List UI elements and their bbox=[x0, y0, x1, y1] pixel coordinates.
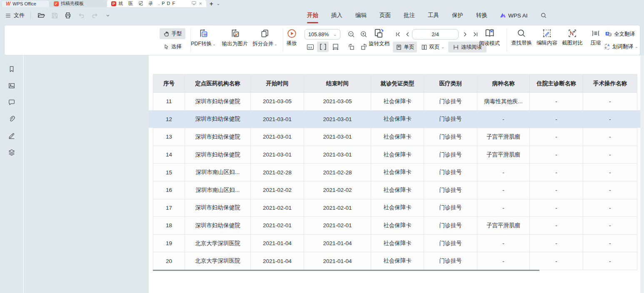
table-cell: 病毒性其他疾... bbox=[477, 93, 530, 111]
continuous-reading-icon bbox=[453, 44, 459, 50]
tab-document-active[interactable]: P 就 医 记 录 .PDF × bbox=[107, 0, 206, 7]
read-mode-button[interactable]: 阅读模式 bbox=[477, 27, 502, 47]
svg-text:A: A bbox=[607, 32, 609, 35]
full-translate-icon: A 文 bbox=[605, 31, 612, 38]
screenshot-compare-icon bbox=[567, 28, 577, 38]
edit-content-icon bbox=[542, 28, 552, 38]
table-cell: 深圳市妇幼保健院 bbox=[185, 199, 251, 217]
ribbon-tab-comment[interactable]: 批注 bbox=[403, 11, 416, 20]
ribbon-tab-home[interactable]: 开始 bbox=[306, 11, 319, 20]
save-icon[interactable] bbox=[50, 11, 59, 20]
pdf-convert-button[interactable]: W PDF转换⌄ bbox=[187, 28, 220, 47]
table-row[interactable]: 11深圳市妇幼保健院2021-03-052021-03-05社会保障卡门诊挂号病… bbox=[153, 93, 637, 111]
tab-template[interactable]: ✓ 找稿壳模板 bbox=[50, 0, 107, 7]
table-cell: 14 bbox=[153, 146, 185, 164]
open-file-icon[interactable] bbox=[37, 11, 46, 20]
table-row[interactable]: 17深圳市妇幼保健院2021-02-012021-02-01社会保障卡门诊挂号-… bbox=[153, 199, 637, 217]
table-row[interactable]: 18深圳市妇幼保健院2021-02-012021-02-01社会保障卡门诊挂号子… bbox=[153, 217, 637, 235]
table-cell: 13 bbox=[153, 128, 185, 146]
svg-text:W: W bbox=[203, 32, 207, 37]
column-header: 序号 bbox=[153, 74, 185, 93]
select-tool-button[interactable]: 选择 bbox=[160, 41, 185, 52]
ribbon-tab-tools[interactable]: 工具 bbox=[427, 11, 440, 20]
column-header: 手术操作名称 bbox=[583, 74, 637, 93]
table-cell: 深圳市妇幼保健院 bbox=[185, 146, 251, 164]
new-tab-icon[interactable]: + bbox=[210, 0, 213, 7]
single-page-button[interactable]: 单页 bbox=[393, 42, 417, 52]
comment-icon[interactable] bbox=[7, 98, 16, 107]
ribbon-tab-protect[interactable]: 保护 bbox=[451, 11, 464, 20]
fit-page-icon bbox=[332, 43, 339, 51]
rotate-left-button[interactable] bbox=[345, 42, 357, 52]
tab-preview-icon[interactable] bbox=[191, 0, 197, 7]
table-cell: 18 bbox=[153, 217, 185, 235]
file-menu-button[interactable]: 文件 bbox=[5, 12, 25, 19]
page-indicator-input[interactable] bbox=[412, 29, 459, 40]
hand-tool-button[interactable]: 手型 bbox=[160, 28, 185, 39]
ribbon-tab-convert[interactable]: 转换 bbox=[475, 11, 488, 20]
double-page-button[interactable]: 双页 ⌄ bbox=[419, 42, 447, 52]
undo-icon[interactable] bbox=[77, 11, 86, 20]
prev-page-button[interactable] bbox=[402, 29, 412, 40]
table-row[interactable]: 14深圳市妇幼保健院2021-03-012021-03-01社会保障卡门诊挂号子… bbox=[153, 146, 637, 164]
redo-icon[interactable] bbox=[90, 11, 99, 20]
play-icon bbox=[287, 28, 297, 39]
attachment-icon[interactable] bbox=[7, 114, 16, 124]
tab-wps-office[interactable]: W WPS Office bbox=[1, 0, 50, 7]
ribbon-search-icon[interactable] bbox=[539, 11, 548, 20]
signature-icon[interactable] bbox=[7, 131, 16, 140]
table-cell: 2021-01-04 bbox=[251, 252, 304, 270]
table-row[interactable]: 15深圳市南山区妇...2021-02-282021-02-28社会保障卡门诊挂… bbox=[153, 164, 637, 181]
next-page-button[interactable] bbox=[460, 29, 470, 40]
fit-page-button[interactable] bbox=[329, 42, 341, 52]
word-translate-button[interactable]: 文A 划词翻译 ⌄ bbox=[604, 42, 642, 51]
table-cell: 社会保障卡 bbox=[371, 181, 424, 199]
rotate-document-button[interactable]: 旋转文档 bbox=[366, 27, 392, 47]
fit-width-icon bbox=[319, 43, 327, 51]
cursor-icon bbox=[163, 44, 169, 50]
chevron-down-icon: ⌄ bbox=[441, 45, 444, 49]
tab-list-chevron-icon[interactable]: ⌄ bbox=[217, 1, 220, 6]
navigation-pane[interactable] bbox=[24, 55, 149, 293]
find-replace-button[interactable]: 查找替换 bbox=[509, 28, 534, 47]
table-row[interactable]: 13深圳市妇幼保健院2021-03-012021-03-01社会保障卡门诊挂号子… bbox=[153, 128, 637, 146]
print-icon[interactable] bbox=[63, 11, 72, 20]
column-header: 定点医药机构名称 bbox=[185, 74, 251, 93]
full-translate-button[interactable]: A 文 全文翻译 bbox=[605, 30, 640, 39]
play-button[interactable]: 播放 bbox=[281, 28, 302, 47]
thumbnail-icon[interactable] bbox=[7, 81, 16, 90]
read-mode-icon bbox=[484, 27, 495, 39]
pdf-page[interactable]: 序号定点医药机构名称开始时间结束时间就诊凭证类型医疗类别病种名称住院主诊断名称手… bbox=[149, 55, 640, 293]
quick-access-chevron-icon[interactable] bbox=[103, 11, 112, 20]
table-row[interactable]: 16深圳市南山区妇...2021-02-022021-02-02社会保障卡门诊挂… bbox=[153, 181, 637, 199]
tab-close-icon[interactable]: × bbox=[199, 1, 202, 6]
screenshot-compare-button[interactable]: 截图对比 bbox=[560, 28, 584, 47]
edit-content-button[interactable]: 编辑内容 bbox=[535, 28, 559, 47]
ribbon-tab-edit[interactable]: 编辑 bbox=[354, 11, 367, 20]
table-row[interactable]: 19北京大学深圳医院2021-01-042021-01-04社会保障卡门诊挂号-… bbox=[153, 234, 637, 252]
document-title: 就 医 记 录 .PDF bbox=[118, 0, 189, 7]
table-row[interactable]: 12深圳市妇幼保健院2021-03-012021-03-01社会保障卡门诊挂号-… bbox=[153, 110, 637, 128]
table-cell: 2021-01-04 bbox=[304, 252, 371, 270]
table-cell: - bbox=[477, 199, 530, 217]
bookmark-icon[interactable] bbox=[7, 65, 16, 74]
zoom-out-button[interactable] bbox=[345, 29, 357, 40]
compress-button[interactable]: 压缩 bbox=[587, 28, 604, 47]
table-row[interactable]: 20北京大学深圳医院2021-01-042021-01-04社会保障卡门诊挂号-… bbox=[153, 252, 637, 270]
table-cell: 社会保障卡 bbox=[371, 93, 424, 111]
table-cell: 北京大学深圳医院 bbox=[185, 234, 251, 252]
table-cell: 社会保障卡 bbox=[371, 252, 424, 270]
first-page-button[interactable] bbox=[393, 29, 403, 40]
ribbon-tab-insert[interactable]: 插入 bbox=[330, 11, 343, 20]
pdf-convert-label: PDF转换 bbox=[191, 40, 212, 47]
layers-icon[interactable] bbox=[7, 148, 16, 157]
vertical-scrollbar[interactable] bbox=[640, 55, 644, 293]
actual-size-button[interactable]: 1:1 bbox=[305, 42, 316, 52]
table-cell: 门诊挂号 bbox=[424, 181, 477, 199]
table-cell: 19 bbox=[153, 234, 185, 252]
ribbon-tab-page[interactable]: 页面 bbox=[379, 11, 392, 20]
zoom-level-dropdown[interactable]: 105.88% ⌄ bbox=[305, 29, 340, 40]
split-merge-button[interactable]: 拆分合并⌄ bbox=[247, 28, 282, 47]
wps-ai-button[interactable]: WPS AI bbox=[499, 12, 528, 19]
fit-width-button[interactable] bbox=[317, 42, 329, 52]
